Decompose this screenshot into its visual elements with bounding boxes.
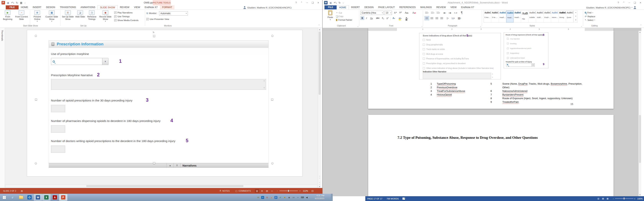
notes-button[interactable]: ≜NOTES (220, 190, 230, 192)
show-marks-icon[interactable]: ¶ (460, 11, 464, 15)
style-chip[interactable]: AaBbCcDc Subtle Em... (536, 10, 544, 22)
word-tab-review[interactable]: REVIEW (434, 5, 448, 9)
textarea-scroll-down-icon[interactable]: ∨ (263, 86, 266, 89)
replace-button[interactable]: ⇄Replace (585, 15, 595, 18)
undo-icon[interactable]: ↶▾ (11, 1, 14, 4)
tray-antivirus-icon[interactable]: ✔ (279, 196, 282, 199)
increase-indent-icon[interactable]: ⇥ (448, 11, 452, 15)
word-tab-mailings[interactable]: MAILINGS (418, 5, 434, 9)
more-styles-icon[interactable]: ⊽ (574, 18, 577, 22)
styles-gallery-scroll[interactable]: ▴▾⊽ (574, 10, 577, 22)
ppt-tab-design[interactable]: DESIGN (44, 5, 58, 9)
word-tab-file[interactable]: FILE (324, 5, 336, 9)
minimize-icon[interactable]: ─ (304, 0, 310, 5)
clear-formatting-icon[interactable]: A (412, 11, 417, 14)
tray-lock-icon[interactable]: ■ (283, 196, 286, 199)
redo-icon[interactable]: ↻ (338, 1, 340, 4)
ppt-tab-transitions[interactable]: TRANSITIONS (58, 5, 78, 9)
style-chip[interactable]: AaBbCcDc Emphasis (544, 10, 551, 22)
taskbar-powerpoint[interactable]: P (59, 194, 67, 201)
document-page-15[interactable]: Scene indications of drug abuse (Check a… (368, 31, 614, 109)
rotate-handle-icon[interactable]: ↻ (153, 31, 154, 34)
ppt-vertical-scrollbar[interactable]: ▲ ⌃⌃ ⌄⌄ ▼ (318, 28, 321, 188)
set-up-slide-show-button[interactable]: ≣Set Up Slide Show (61, 10, 75, 23)
ribbon-display-icon[interactable]: ⌃ (299, 0, 304, 5)
tray-outlook-icon[interactable]: O (261, 196, 264, 199)
fit-to-window-icon[interactable]: ⊡ (312, 190, 314, 192)
tray-shield-icon[interactable]: ▲ (270, 196, 273, 199)
tray-network-icon[interactable]: ⌨ (301, 196, 304, 199)
line-spacing-icon[interactable]: ↕▾ (445, 16, 450, 20)
selection-handle[interactable] (272, 162, 273, 164)
next-slide-icon[interactable]: ⌄⌄ (318, 181, 321, 185)
align-right-button[interactable] (434, 16, 439, 20)
sort-icon[interactable]: A↓Z (453, 11, 458, 15)
from-beginning-button[interactable]: ▶From Beginning (2, 10, 14, 23)
zoom-slider[interactable] (280, 191, 298, 191)
close-icon[interactable]: × (316, 0, 321, 5)
ppt-tab-animations[interactable]: ANIMATIONS (78, 5, 98, 9)
shading-icon[interactable]: ▾ (451, 16, 456, 20)
style-chip[interactable]: AaBbCcDc Quote (566, 10, 574, 22)
horizontal-ruler[interactable]: 123456 (322, 28, 641, 31)
style-chip[interactable]: AaBbCcDc Intense E... (551, 10, 558, 22)
align-center-button[interactable] (430, 16, 434, 20)
paragraph-dialog-launcher-icon[interactable]: ⌟ (480, 25, 481, 27)
q2-narrative-textarea[interactable] (51, 79, 266, 90)
start-slideshow-icon[interactable]: ▦ (20, 1, 22, 4)
copy-button[interactable]: Copy (336, 15, 344, 17)
font-name-dropdown[interactable]: Cambria (Hea▾ (360, 11, 384, 15)
ppt-tab-slide-show[interactable]: SLIDE SHOW (98, 5, 118, 9)
hide-slide-button[interactable]: ◪Hide Slide (75, 10, 85, 23)
grow-font-icon[interactable]: A▲ (393, 11, 398, 14)
qat-customize-icon[interactable]: ⌄ (24, 2, 26, 4)
borders-icon[interactable]: ⊞▾ (457, 16, 462, 20)
word-tab-endnote[interactable]: EndNote X7 (459, 5, 476, 9)
read-mode-view-button[interactable]: ▥ (596, 197, 600, 200)
tray-sync-blocked-icon[interactable]: ⊘ (266, 196, 268, 199)
use-presenter-view-checkbox[interactable]: ✓Use Presenter View (146, 18, 169, 20)
multilevel-list-icon[interactable]: ▾ (436, 11, 441, 15)
previous-slide-icon[interactable]: ⌃⌃ (318, 176, 321, 180)
minimize-icon[interactable]: ─ (626, 0, 632, 5)
restore-icon[interactable]: ❑ (310, 0, 316, 5)
format-painter-button[interactable]: Format Painter (336, 19, 352, 21)
tray-volume-mute-icon[interactable]: ◀ (305, 196, 308, 199)
font-size-dropdown[interactable]: 13▾ (384, 11, 392, 15)
numbering-icon[interactable]: ▾ (430, 11, 435, 15)
slide-sorter-view-button[interactable]: ⊞ (260, 189, 264, 193)
taskbar-clock[interactable]: 4:31 PM 6/22/2015 (315, 194, 324, 200)
redo-icon[interactable]: ↻ (16, 1, 18, 4)
clipboard-dialog-launcher-icon[interactable]: ⌟ (358, 25, 358, 27)
scroll-down-icon[interactable]: ▼ (318, 186, 321, 188)
taskbar-acrobat[interactable]: A (51, 194, 59, 201)
close-icon[interactable]: × (638, 0, 643, 5)
show-desktop-button[interactable] (331, 194, 333, 201)
zoom-slider-thumb[interactable] (624, 197, 625, 200)
qat-customize-icon[interactable]: ⌄ (342, 2, 344, 4)
undo-icon[interactable]: ↶▾ (334, 1, 336, 4)
selection-handle[interactable] (35, 35, 37, 37)
word-vertical-scrollbar[interactable]: ▲ ▼ (638, 31, 641, 196)
find-button[interactable]: Find▾ (585, 11, 593, 14)
change-case-icon[interactable]: Aa▾ (404, 11, 410, 14)
play-narrations-checkbox[interactable]: ✓Play Narrations (114, 11, 133, 14)
word-document-area[interactable]: Scene indications of drug abuse (Check a… (322, 31, 641, 196)
word-tab-references[interactable]: REFERENCES (397, 5, 418, 9)
superscript-icon[interactable]: X2 (386, 16, 390, 20)
ppt-tab-review[interactable]: REVIEW (118, 5, 132, 9)
select-button[interactable]: ↖Select▾ (585, 19, 595, 21)
selection-handle[interactable] (35, 99, 37, 100)
help-icon[interactable]: ? (616, 0, 621, 5)
restore-icon[interactable]: ❑ (632, 0, 638, 5)
slide[interactable]: Prescription Information Use of prescrip… (27, 30, 302, 177)
record-slide-show-button[interactable]: ◉Record Slide Show▾ (98, 10, 112, 23)
ppt-tab-endnote[interactable]: EndNote X7 (142, 5, 160, 9)
font-dialog-launcher-icon[interactable]: ⌟ (422, 25, 422, 27)
ppt-user-account[interactable]: Gladden, Matthew R. (CDC/ONDIEH/NCIPC) (243, 6, 292, 9)
ppt-tab-insert[interactable]: INSERT (30, 5, 44, 9)
bold-button[interactable]: B (360, 16, 364, 20)
cut-button[interactable]: ✂Cut (336, 11, 342, 14)
style-chip[interactable]: AaBbCcDc ¶ No Spac... (491, 10, 499, 22)
reading-view-button[interactable]: ▤ (265, 189, 269, 193)
